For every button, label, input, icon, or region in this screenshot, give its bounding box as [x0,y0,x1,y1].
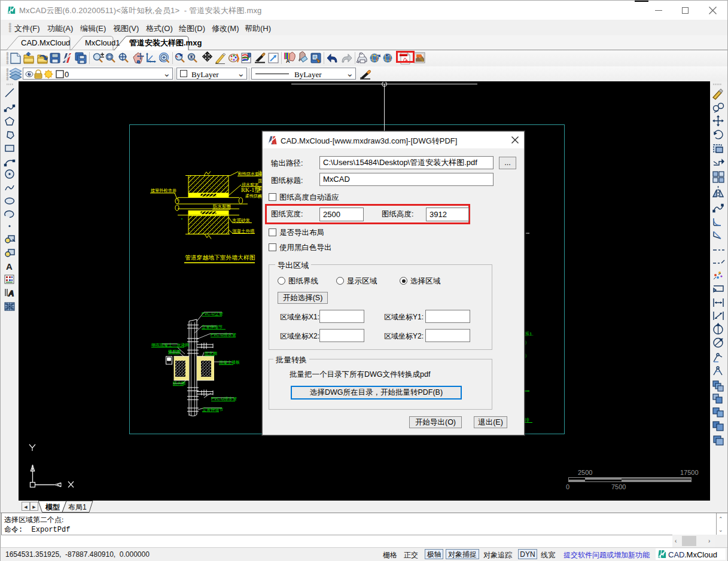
svg-text:7500: 7500 [611,483,626,490]
svg-text:PVC-U立管: PVC-U立管 [202,312,223,316]
svg-text:PVC-U排水管: PVC-U排水管 [211,333,236,337]
svg-text:接室外检查井: 接室外检查井 [151,188,176,193]
svg-text:排: 排 [525,417,529,423]
svg-text:橡胶圈: 橡胶圈 [168,349,181,354]
svg-text:混凝土楼板: 混凝土楼板 [218,360,240,365]
svg-text:防火圈: 防火圈 [173,381,185,386]
svg-text:混凝土外墙: 混凝土外墙 [232,228,255,234]
svg-text:17500: 17500 [680,469,699,476]
svg-text:）: ） [525,340,529,345]
svg-text:防水胶圈: 防水胶圈 [213,204,231,209]
svg-text:2500: 2500 [578,469,592,476]
svg-text:模型: 模型 [45,503,60,511]
svg-text:）: ） [525,353,529,358]
svg-text:细石混凝土二次浇捣: 细石混凝土二次浇捣 [151,343,189,347]
svg-text:立管伸缩节: 立管伸缩节 [202,325,223,330]
svg-text:MxCloud1: MxCloud1 [85,38,120,47]
svg-text:阻水圈: 阻水圈 [205,351,217,356]
svg-text:PVC-U排水管: PVC-U排水管 [211,397,237,401]
svg-text:CAD.MxCloud: CAD.MxCloud [21,38,70,47]
svg-text:A: A [286,58,290,64]
svg-text:0: 0 [566,483,569,490]
svg-text:水泥砂浆: 水泥砂浆 [232,218,251,223]
svg-text:A: A [6,261,13,272]
svg-text:A: A [8,289,14,298]
svg-text:立管伸缩节: 立管伸缩节 [202,407,223,412]
svg-text:管道穿越地下室外墙大样图: 管道穿越地下室外墙大样图 [185,254,255,261]
svg-text:系1.: 系1. [525,331,534,337]
svg-text:管道安装大样图.mxg: 管道安装大样图.mxg [129,38,202,47]
svg-text:布局1: 布局1 [68,503,87,511]
